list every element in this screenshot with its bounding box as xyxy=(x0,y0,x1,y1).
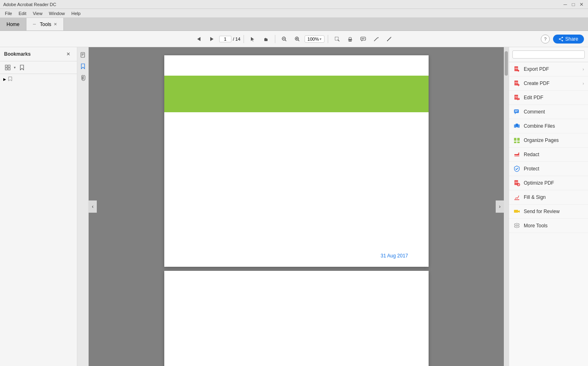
export-pdf-item[interactable]: PDF Export PDF › xyxy=(509,62,588,76)
svg-line-24 xyxy=(374,38,377,41)
zoom-out-button[interactable] xyxy=(279,33,290,45)
maximize-button[interactable]: □ xyxy=(570,1,577,8)
fill-sign-item[interactable]: Fill & Sign xyxy=(509,190,588,205)
protect-item[interactable]: Protect xyxy=(509,162,588,176)
scroll-left-arrow[interactable]: ‹ xyxy=(89,200,97,213)
right-panel: PDF Export PDF › PDF xyxy=(509,47,588,366)
bookmarks-content: ▶ xyxy=(0,74,77,366)
zoom-out-icon xyxy=(281,36,287,42)
edit-pdf-item[interactable]: PDF Edit PDF xyxy=(509,91,588,105)
tab-home[interactable]: Home xyxy=(0,18,26,30)
optimize-pdf-icon: PDF xyxy=(513,179,520,187)
optimize-pdf-item[interactable]: PDF Optimize PDF xyxy=(509,176,588,190)
share-button[interactable]: Share xyxy=(553,35,584,44)
prev-page-button[interactable] xyxy=(193,33,205,45)
zoom-in-icon xyxy=(294,36,300,42)
svg-marker-2 xyxy=(251,37,254,41)
next-page-button[interactable] xyxy=(206,33,218,45)
close-bookmarks-button[interactable]: ✕ xyxy=(64,50,73,59)
grid-view-button[interactable] xyxy=(3,63,12,72)
grid-dropdown[interactable]: ▾ xyxy=(14,65,16,70)
window-controls: ─ □ ✕ xyxy=(562,1,585,8)
scrollbar-thumb[interactable] xyxy=(505,51,508,76)
svg-text:PDF: PDF xyxy=(515,82,518,84)
redact-label: Redact xyxy=(524,152,539,157)
content-wrapper: ‹ › 31 Aug 2017 xyxy=(77,47,588,366)
menu-window[interactable]: Window xyxy=(46,10,68,17)
tab-close-icon[interactable]: ✕ xyxy=(54,22,57,26)
more-tools-label: More Tools xyxy=(524,223,547,229)
comment-item[interactable]: Comment xyxy=(509,105,588,119)
bookmark-page-icon xyxy=(8,76,13,82)
create-pdf-icon: PDF xyxy=(513,80,520,87)
export-pdf-svg: PDF xyxy=(514,66,520,72)
svg-marker-21 xyxy=(362,40,363,41)
more-tools-item[interactable]: More Tools xyxy=(509,219,588,233)
bookmark-item[interactable]: ▶ xyxy=(2,76,75,83)
pdf-page-1: 31 Aug 2017 xyxy=(164,55,429,267)
svg-rect-37 xyxy=(5,68,7,70)
combine-files-label: Combine Files xyxy=(524,123,555,129)
svg-rect-65 xyxy=(514,138,516,141)
zoom-in-button[interactable] xyxy=(292,33,303,45)
icons-sidebar xyxy=(77,47,89,366)
separator-3 xyxy=(328,35,328,43)
bookmarks-header: Bookmarks ✕ xyxy=(0,47,77,61)
menu-edit[interactable]: Edit xyxy=(15,10,30,17)
combine-svg xyxy=(514,123,520,129)
minimize-button[interactable]: ─ xyxy=(562,1,568,8)
measure-button[interactable] xyxy=(383,33,395,45)
close-button[interactable]: ✕ xyxy=(578,1,585,8)
svg-rect-35 xyxy=(5,65,7,67)
stamp-tool-button[interactable] xyxy=(344,33,356,45)
title-bar: Adobe Acrobat Reader DC ─ □ ✕ xyxy=(0,0,588,9)
page-date: 31 Aug 2017 xyxy=(381,253,408,259)
attachments-panel-button[interactable] xyxy=(78,73,87,82)
vertical-scrollbar[interactable] xyxy=(504,47,509,366)
zoom-dropdown-icon: ▾ xyxy=(320,37,322,41)
menu-file[interactable]: File xyxy=(2,10,15,17)
next-page-icon xyxy=(210,37,214,41)
menu-view[interactable]: View xyxy=(30,10,46,17)
tab-minimize-icon[interactable]: ─ xyxy=(33,22,36,26)
svg-rect-7 xyxy=(264,40,268,41)
menu-help[interactable]: Help xyxy=(68,10,84,17)
toolbar-right: ? Share xyxy=(541,35,584,44)
bookmarks-panel-button[interactable] xyxy=(78,62,87,71)
redact-item[interactable]: Redact xyxy=(509,148,588,162)
bookmarks-title: Bookmarks xyxy=(4,51,30,57)
scroll-right-arrow[interactable]: › xyxy=(496,200,504,213)
cursor-icon xyxy=(250,36,256,42)
tab-tools[interactable]: ─ Tools ✕ xyxy=(26,18,64,30)
comment-button[interactable] xyxy=(357,33,369,45)
left-panel: Bookmarks ✕ ▾ ▶ xyxy=(0,47,77,366)
fill-sign-svg xyxy=(514,194,520,200)
help-button[interactable]: ? xyxy=(541,35,550,44)
page-input[interactable] xyxy=(219,36,231,42)
combine-files-item[interactable]: Combine Files xyxy=(509,119,588,133)
bookmark-expand-icon: ▶ xyxy=(3,77,6,81)
marquee-icon xyxy=(334,36,340,42)
select-tool-button[interactable] xyxy=(247,33,259,45)
svg-line-33 xyxy=(560,37,562,39)
document-viewer[interactable]: ‹ › 31 Aug 2017 xyxy=(89,47,504,366)
hand-tool-button[interactable] xyxy=(260,33,272,45)
tab-home-label: Home xyxy=(7,22,20,27)
pdf-page-2 xyxy=(164,271,429,366)
draw-button[interactable] xyxy=(370,33,382,45)
right-panel-search-area xyxy=(509,47,588,62)
send-review-item[interactable]: Send for Review xyxy=(509,205,588,219)
marquee-tool-button[interactable] xyxy=(331,33,343,45)
edit-pdf-svg: PDF xyxy=(514,94,520,101)
more-tools-icon xyxy=(513,222,520,229)
add-bookmark-button[interactable] xyxy=(17,63,26,72)
organize-pages-item[interactable]: Organize Pages xyxy=(509,133,588,148)
right-search-input[interactable] xyxy=(512,50,585,59)
create-pdf-item[interactable]: PDF Create PDF › xyxy=(509,76,588,91)
zoom-display[interactable]: 100% ▾ xyxy=(305,35,324,43)
pages-panel-button[interactable] xyxy=(78,50,87,59)
protect-icon xyxy=(513,165,520,172)
create-pdf-svg: PDF xyxy=(514,80,520,87)
stamp-icon xyxy=(347,36,353,42)
send-review-svg xyxy=(514,208,520,215)
